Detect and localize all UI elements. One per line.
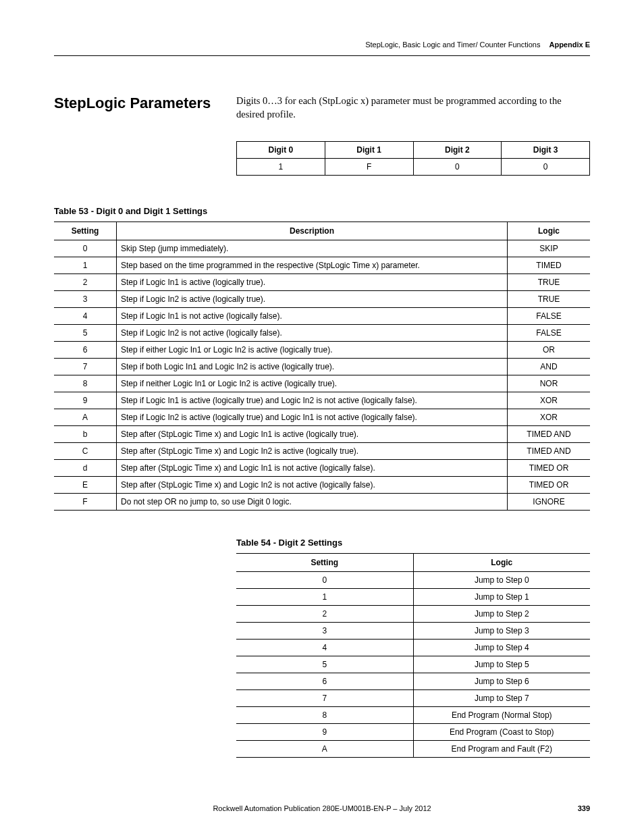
table-row: 5Step if Logic In2 is not active (logica…	[54, 325, 590, 342]
table-53-logic-cell: SKIP	[508, 240, 591, 257]
table-53-description-cell: Do not step OR no jump to, so use Digit …	[117, 494, 508, 511]
table-54-setting-cell: 0	[236, 572, 413, 589]
table-53-logic-cell: XOR	[508, 409, 591, 426]
table-53-description-cell: Step if Logic In2 is not active (logical…	[117, 325, 508, 342]
table-53-description-cell: Step if neither Logic In1 or Logic In2 i…	[117, 375, 508, 392]
table-row: CStep after (StpLogic Time x) and Logic …	[54, 443, 590, 460]
table-53-description-cell: Step based on the time programmed in the…	[117, 257, 508, 274]
table-row: 9End Program (Coast to Stop)	[236, 724, 590, 741]
table-53-description-cell: Step if either Logic In1 or Logic In2 is…	[117, 342, 508, 359]
footer-page-number: 339	[578, 804, 590, 812]
table-53-description-cell: Step if both Logic In1 and Logic In2 is …	[117, 359, 508, 375]
table-54-wrap: Table 54 - Digit 2 Settings Setting Logi…	[236, 538, 590, 758]
digit-header-3: Digit 3	[502, 142, 590, 159]
table-53-setting-cell: F	[54, 494, 117, 511]
table-53-logic-cell: TIMED AND	[508, 443, 591, 460]
table-row: 9Step if Logic In1 is active (logically …	[54, 392, 590, 409]
table-54-setting-cell: A	[236, 741, 413, 758]
header-text: StepLogic, Basic Logic and Timer/ Counte…	[365, 41, 590, 49]
table-53-description-header: Description	[117, 222, 508, 240]
table-row: dStep after (StpLogic Time x) and Logic …	[54, 460, 590, 477]
table-row: AStep if Logic In2 is active (logically …	[54, 409, 590, 426]
table-54-logic-cell: Jump to Step 2	[413, 606, 590, 623]
table-53-description-cell: Skip Step (jump immediately).	[117, 240, 508, 257]
table-53-logic-cell: FALSE	[508, 308, 591, 325]
table-54-logic-cell: End Program (Coast to Stop)	[413, 724, 590, 741]
table-53-logic-cell: TIMED	[508, 257, 591, 274]
table-row: 1Step based on the time programmed in th…	[54, 257, 590, 274]
table-53-logic-cell: NOR	[508, 375, 591, 392]
table-row: 8End Program (Normal Stop)	[236, 707, 590, 724]
table-54-logic-cell: End Program and Fault (F2)	[413, 741, 590, 758]
digit-header-2: Digit 2	[413, 142, 502, 159]
table-53-setting-cell: d	[54, 460, 117, 477]
table-54-setting-cell: 8	[236, 707, 413, 724]
table-53-setting-cell: 8	[54, 375, 117, 392]
table-row: 6Step if either Logic In1 or Logic In2 i…	[54, 342, 590, 359]
digit-table-value-row: 1 F 0 0	[237, 159, 590, 176]
table-54-setting-cell: 5	[236, 656, 413, 673]
table-53-setting-cell: 0	[54, 240, 117, 257]
table-row: EStep after (StpLogic Time x) and Logic …	[54, 477, 590, 494]
table-row: 7Step if both Logic In1 and Logic In2 is…	[54, 359, 590, 375]
table-row: 4Jump to Step 4	[236, 640, 590, 656]
table-row: 4Step if Logic In1 is not active (logica…	[54, 308, 590, 325]
footer: Rockwell Automation Publication 280E-UM0…	[54, 804, 590, 812]
table-53-logic-cell: TRUE	[508, 274, 591, 291]
digit-table-header-row: Digit 0 Digit 1 Digit 2 Digit 3	[237, 142, 590, 159]
page: StepLogic, Basic Logic and Timer/ Counte…	[0, 0, 644, 834]
table-54-setting-header: Setting	[236, 554, 413, 572]
table-54-setting-cell: 2	[236, 606, 413, 623]
table-53-setting-cell: C	[54, 443, 117, 460]
table-53: Setting Description Logic 0Skip Step (ju…	[54, 221, 590, 511]
appendix-label: Appendix E	[549, 41, 590, 49]
section-body: Digits 0…3 for each (StpLogic x) paramet…	[236, 95, 590, 121]
breadcrumb: StepLogic, Basic Logic and Timer/ Counte…	[365, 41, 540, 49]
table-53-logic-cell: TIMED OR	[508, 460, 591, 477]
table-54-setting-cell: 3	[236, 623, 413, 640]
table-53-description-cell: Step after (StpLogic Time x) and Logic I…	[117, 426, 508, 443]
table-53-setting-cell: A	[54, 409, 117, 426]
table-54-header-row: Setting Logic	[236, 554, 590, 572]
table-row: 3Step if Logic In2 is active (logically …	[54, 291, 590, 308]
digit-header-0: Digit 0	[237, 142, 325, 159]
table-53-setting-header: Setting	[54, 222, 117, 240]
table-53-logic-cell: XOR	[508, 392, 591, 409]
table-row: 2Step if Logic In1 is active (logically …	[54, 274, 590, 291]
digit-table: Digit 0 Digit 1 Digit 2 Digit 3 1 F 0 0	[236, 141, 590, 176]
digit-value-0: 1	[237, 159, 325, 176]
table-row: 6Jump to Step 6	[236, 673, 590, 690]
table-53-setting-cell: 7	[54, 359, 117, 375]
table-54: Setting Logic 0Jump to Step 01Jump to St…	[236, 553, 590, 758]
table-54-caption: Table 54 - Digit 2 Settings	[236, 538, 590, 548]
table-53-logic-header: Logic	[508, 222, 591, 240]
table-54-setting-cell: 7	[236, 690, 413, 707]
table-53-description-cell: Step after (StpLogic Time x) and Logic I…	[117, 477, 508, 494]
header-divider	[54, 55, 590, 56]
table-53-logic-cell: IGNORE	[508, 494, 591, 511]
table-53-description-cell: Step if Logic In1 is active (logically t…	[117, 274, 508, 291]
table-53-setting-cell: 6	[54, 342, 117, 359]
table-54-logic-cell: Jump to Step 5	[413, 656, 590, 673]
footer-publication: Rockwell Automation Publication 280E-UM0…	[54, 804, 590, 812]
table-row: 7Jump to Step 7	[236, 690, 590, 707]
table-row: bStep after (StpLogic Time x) and Logic …	[54, 426, 590, 443]
table-row: 1Jump to Step 1	[236, 589, 590, 606]
table-row: 5Jump to Step 5	[236, 656, 590, 673]
table-row: 3Jump to Step 3	[236, 623, 590, 640]
table-53-logic-cell: TRUE	[508, 291, 591, 308]
table-54-logic-cell: Jump to Step 1	[413, 589, 590, 606]
table-53-setting-cell: 2	[54, 274, 117, 291]
main-section: StepLogic Parameters Digits 0…3 for each…	[54, 95, 590, 758]
table-53-setting-cell: E	[54, 477, 117, 494]
table-row: 0Jump to Step 0	[236, 572, 590, 589]
table-row: AEnd Program and Fault (F2)	[236, 741, 590, 758]
table-54-logic-cell: Jump to Step 3	[413, 623, 590, 640]
table-53-setting-cell: 9	[54, 392, 117, 409]
table-54-setting-cell: 9	[236, 724, 413, 741]
digit-value-2: 0	[413, 159, 502, 176]
table-53-caption: Table 53 - Digit 0 and Digit 1 Settings	[54, 206, 590, 216]
table-54-setting-cell: 1	[236, 589, 413, 606]
table-54-logic-header: Logic	[413, 554, 590, 572]
table-53-logic-cell: AND	[508, 359, 591, 375]
